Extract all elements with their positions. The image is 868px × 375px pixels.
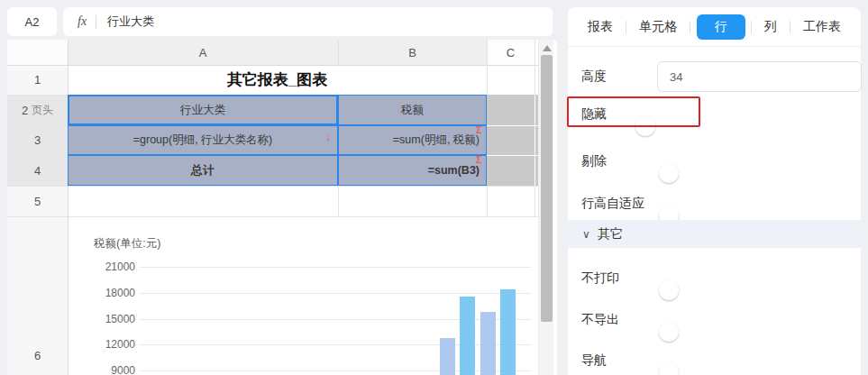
height-field-row: 高度 bbox=[581, 61, 847, 92]
chart-bar bbox=[480, 312, 496, 375]
tab-column[interactable]: 列 bbox=[757, 14, 784, 40]
no-print-label: 不打印 bbox=[581, 270, 619, 287]
vertical-scrollbar[interactable] bbox=[538, 40, 553, 375]
hide-label: 隐藏 bbox=[581, 106, 607, 123]
remove-field-row: 剔除 bbox=[581, 148, 847, 175]
auto-row-height-label: 行高自适应 bbox=[581, 196, 644, 212]
tab-worksheet[interactable]: 工作表 bbox=[796, 14, 848, 40]
no-print-field-row: 不打印 bbox=[581, 265, 847, 292]
scroll-up-icon[interactable] bbox=[543, 45, 552, 51]
tab-cell[interactable]: 单元格 bbox=[632, 14, 684, 40]
remove-label: 剔除 bbox=[581, 153, 607, 169]
tab-row[interactable]: 行 bbox=[697, 14, 745, 40]
no-export-label: 不导出 bbox=[581, 312, 619, 328]
fx-icon: fx bbox=[78, 14, 87, 29]
chart-bar bbox=[460, 297, 475, 375]
chart-bar bbox=[500, 289, 516, 375]
hide-field-row: 隐藏 bbox=[581, 101, 847, 128]
chart-bar bbox=[440, 338, 455, 375]
panel-tabs: 报表 单元格 行 列 工作表 bbox=[568, 7, 861, 47]
tab-report[interactable]: 报表 bbox=[580, 14, 620, 40]
cell-reference-box[interactable]: A2 bbox=[7, 7, 57, 36]
chevron-down-icon: ∨ bbox=[582, 228, 590, 241]
other-section-label: 其它 bbox=[598, 226, 623, 242]
height-label: 高度 bbox=[581, 69, 607, 85]
other-section-header[interactable]: ∨ 其它 bbox=[568, 220, 861, 248]
divider bbox=[96, 15, 96, 29]
navigation-label: 导航 bbox=[581, 352, 607, 369]
height-input[interactable] bbox=[657, 61, 862, 92]
no-export-field-row: 不导出 bbox=[581, 306, 847, 334]
auto-row-height-field-row: 行高自适应 bbox=[581, 190, 847, 217]
formula-bar[interactable]: fx 行业大类 bbox=[63, 7, 553, 36]
properties-panel: 报表 单元格 行 列 工作表 高度 隐藏 剔除 行高自适应 ∨ 其它 不打印 不… bbox=[568, 7, 861, 375]
scrollbar-thumb[interactable] bbox=[541, 55, 553, 322]
formula-bar-value: 行业大类 bbox=[107, 14, 154, 30]
navigation-field-row: 导航 bbox=[581, 347, 847, 374]
bar-chart bbox=[7, 40, 538, 375]
cell-reference: A2 bbox=[25, 15, 40, 29]
spreadsheet[interactable]: A B C 1 2 页头 3 4 5 6 其它报表_图表 行业大类 税额 =gr… bbox=[7, 40, 557, 375]
